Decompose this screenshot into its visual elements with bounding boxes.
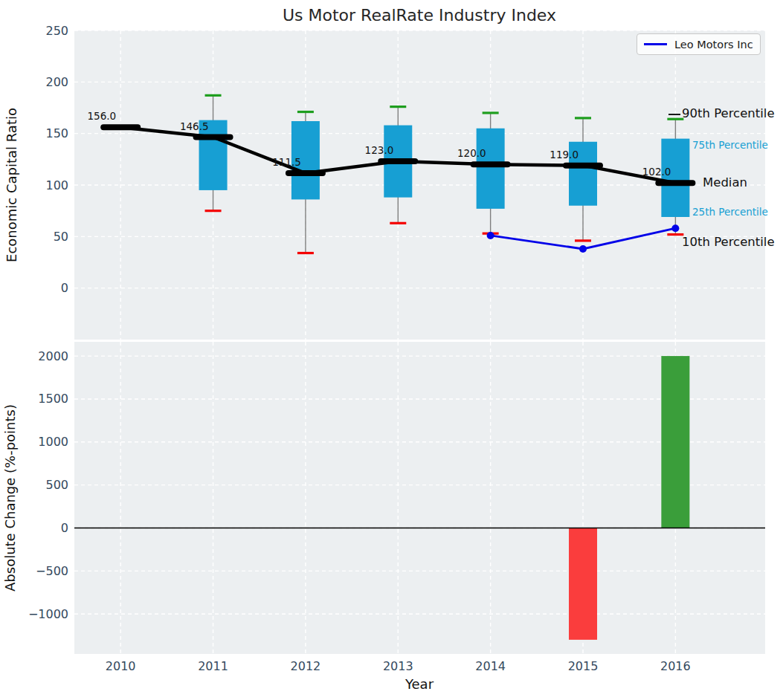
- bottom-y-tick-label: −1000: [28, 607, 68, 621]
- change-bar-2016: [661, 356, 689, 528]
- top-y-tick-label: 50: [54, 230, 68, 244]
- annotation-10th-percentile: 10th Percentile: [682, 235, 775, 249]
- company-marker-2015: [579, 245, 587, 253]
- bottom-y-tick-label: 500: [45, 478, 68, 492]
- bottom-y-tick-label: 1000: [38, 435, 68, 449]
- legend-label: Leo Motors Inc: [674, 39, 753, 51]
- top-y-tick-label: 250: [45, 24, 68, 38]
- figure: 050100150200250−1000−5000500100015002000…: [0, 0, 783, 700]
- median-value-label-2015: 119.0: [550, 149, 579, 161]
- bottom-y-tick-label: 1500: [38, 392, 68, 406]
- company-marker-2014: [487, 232, 494, 239]
- median-value-label-2012: 111.5: [272, 156, 301, 168]
- x-axis-label: Year: [405, 676, 434, 692]
- bottom-y-tick-label: −500: [36, 564, 68, 578]
- top-y-tick-label: 0: [61, 281, 68, 295]
- median-value-label-2010: 156.0: [88, 110, 117, 122]
- x-tick-label: 2010: [106, 659, 136, 673]
- company-marker-2016: [671, 224, 679, 232]
- x-tick-label: 2012: [291, 659, 321, 673]
- top-y-tick-label: 100: [45, 178, 68, 192]
- bottom-y-tick-label: 2000: [38, 349, 68, 363]
- annotation-90th-percentile: 90th Percentile: [682, 106, 775, 120]
- median-value-label-2014: 120.0: [457, 147, 486, 159]
- x-tick-label: 2016: [660, 659, 691, 673]
- top-y-tick-label: 200: [45, 75, 68, 89]
- bottom-y-tick-label: 0: [61, 521, 68, 535]
- median-value-label-2013: 123.0: [365, 144, 394, 156]
- legend-line-swatch: [644, 43, 667, 45]
- x-tick-label: 2014: [475, 659, 506, 673]
- legend: Leo Motors Inc: [637, 33, 761, 55]
- x-tick-label: 2011: [198, 659, 228, 673]
- median-value-label-2011: 146.5: [180, 120, 209, 132]
- top-y-axis-label: Economic Capital Ratio: [4, 108, 19, 262]
- x-tick-label: 2015: [568, 659, 599, 673]
- iqr-box-2014: [477, 129, 505, 209]
- top-y-tick-label: 150: [45, 126, 68, 140]
- chart-canvas: 050100150200250−1000−5000500100015002000…: [0, 0, 783, 700]
- chart-title: Us Motor RealRate Industry Index: [283, 6, 556, 25]
- change-bar-2015: [569, 528, 597, 639]
- iqr-box-2016: [661, 139, 689, 217]
- bottom-y-axis-label: Absolute Change (%-points): [2, 404, 18, 592]
- median-value-label-2016: 102.0: [642, 166, 671, 178]
- annotation-75th-percentile: 75th Percentile: [692, 139, 768, 151]
- x-tick-label: 2013: [383, 659, 413, 673]
- annotation-median: Median: [703, 175, 747, 189]
- annotation-25th-percentile: 25th Percentile: [692, 206, 768, 218]
